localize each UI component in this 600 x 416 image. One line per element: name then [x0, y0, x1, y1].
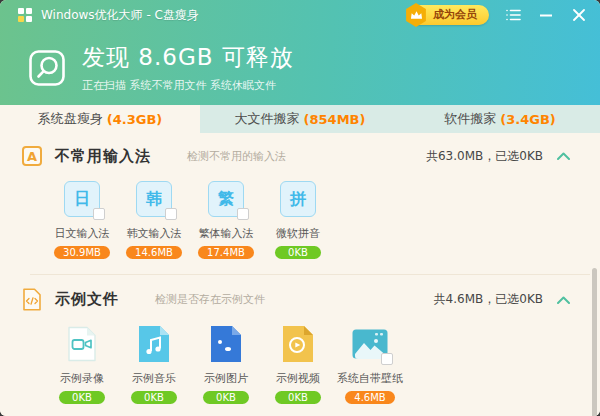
- item-size-badge: 30.9MB: [54, 246, 110, 259]
- become-member-button[interactable]: 成为会员: [409, 5, 489, 25]
- main-content: A 不常用输入法 检测不常用的输入法 共63.0MB，已选0KB 日 日文输入法…: [0, 133, 600, 416]
- item-label: 示例音乐: [132, 371, 176, 386]
- item-size-badge: 0KB: [59, 391, 105, 404]
- item-music-file[interactable]: 示例音乐 0KB: [118, 326, 190, 404]
- section-title: 示例文件: [55, 290, 119, 309]
- crown-icon: [405, 3, 427, 27]
- item-size-badge: 14.6MB: [126, 246, 182, 259]
- scan-summary: 发现 8.6GB 可释放 正在扫描 系统不常用文件 系统休眠文件: [0, 30, 600, 105]
- app-logo-icon: [18, 8, 32, 22]
- item-movie-file[interactable]: 示例视频 0KB: [262, 326, 334, 404]
- item-label: 示例图片: [204, 371, 248, 386]
- minimize-button[interactable]: [537, 6, 555, 24]
- item-wallpaper-file[interactable]: 系统自带壁纸 4.6MB: [334, 326, 406, 404]
- item-size-badge: 4.6MB: [345, 391, 394, 404]
- sample-files-row: 示例录像 0KB 示例音乐 0KB 示例图片 0KB 示例视频 0KB: [0, 326, 600, 404]
- section-title: 不常用输入法: [55, 147, 151, 166]
- section-input-methods-header: A 不常用输入法 检测不常用的输入法 共63.0MB，已选0KB: [0, 133, 600, 166]
- scan-status-text: 正在扫描 系统不常用文件 系统休眠文件: [82, 78, 294, 93]
- code-file-icon: [22, 288, 42, 311]
- tab-big-file-move[interactable]: 大文件搬家 (854MB): [200, 105, 400, 133]
- item-image-file[interactable]: 示例图片 0KB: [190, 326, 262, 404]
- item-size-badge: 0KB: [275, 391, 321, 404]
- collapse-chevron-up-icon[interactable]: [557, 152, 570, 160]
- close-button[interactable]: [570, 6, 588, 24]
- titlebar: Windows优化大师 - C盘瘦身 成为会员: [0, 0, 600, 30]
- section-stats: 共63.0MB，已选0KB: [426, 148, 543, 165]
- item-size-badge: 0KB: [203, 391, 249, 404]
- item-label: 微软拼音: [276, 226, 320, 241]
- item-checkbox[interactable]: [165, 208, 177, 220]
- item-input-method-繁[interactable]: 繁 繁体输入法 17.4MB: [190, 181, 262, 259]
- item-video-file[interactable]: 示例录像 0KB: [46, 326, 118, 404]
- section-subtitle: 检测不常用的输入法: [187, 149, 286, 164]
- found-space-title: 发现 8.6GB 可释放: [82, 42, 294, 73]
- item-input-method-日[interactable]: 日 日文输入法 30.9MB: [46, 181, 118, 259]
- section-subtitle: 检测是否存在示例文件: [155, 292, 265, 307]
- movie-file-icon: [283, 326, 313, 362]
- tab-bar: 系统盘瘦身 (4.3GB) 大文件搬家 (854MB) 软件搬家 (3.4GB): [0, 105, 600, 133]
- item-checkbox[interactable]: [381, 353, 393, 365]
- tab-software-move[interactable]: 软件搬家 (3.4GB): [400, 105, 600, 133]
- item-checkbox[interactable]: [93, 208, 105, 220]
- disk-magnifier-icon: [28, 49, 66, 87]
- window-title: Windows优化大师 - C盘瘦身: [41, 7, 199, 24]
- item-label: 韩文输入法: [127, 226, 182, 241]
- item-label: 繁体输入法: [199, 226, 254, 241]
- item-size-badge: 0KB: [275, 246, 321, 259]
- section-stats: 共4.6MB，已选0KB: [434, 291, 543, 308]
- item-checkbox[interactable]: [237, 208, 249, 220]
- menu-icon[interactable]: [504, 6, 522, 24]
- input-methods-row: 日 日文输入法 30.9MB 韩 韩文输入法 14.6MB 繁 繁体输入法 17…: [0, 181, 600, 259]
- item-size-badge: 17.4MB: [198, 246, 254, 259]
- video-file-icon: [65, 326, 99, 362]
- collapse-chevron-up-icon[interactable]: [557, 296, 570, 304]
- item-label: 系统自带壁纸: [337, 371, 403, 386]
- item-label: 日文输入法: [55, 226, 110, 241]
- scrollbar-thumb[interactable]: [592, 268, 597, 416]
- image-file-icon: [211, 326, 241, 362]
- music-file-icon: [139, 326, 169, 362]
- item-input-method-拼[interactable]: 拼 微软拼音 0KB: [262, 181, 334, 259]
- item-label: 示例录像: [60, 371, 104, 386]
- item-label: 示例视频: [276, 371, 320, 386]
- item-input-method-韩[interactable]: 韩 韩文输入法 14.6MB: [118, 181, 190, 259]
- app-window: Windows优化大师 - C盘瘦身 成为会员: [0, 0, 600, 416]
- input-method-glyph-icon: 拼: [280, 181, 316, 217]
- section-sample-files-header: 示例文件 检测是否存在示例文件 共4.6MB，已选0KB: [0, 275, 600, 311]
- item-size-badge: 0KB: [131, 391, 177, 404]
- tab-system-disk-slim[interactable]: 系统盘瘦身 (4.3GB): [0, 105, 200, 133]
- letter-a-icon: A: [22, 146, 42, 166]
